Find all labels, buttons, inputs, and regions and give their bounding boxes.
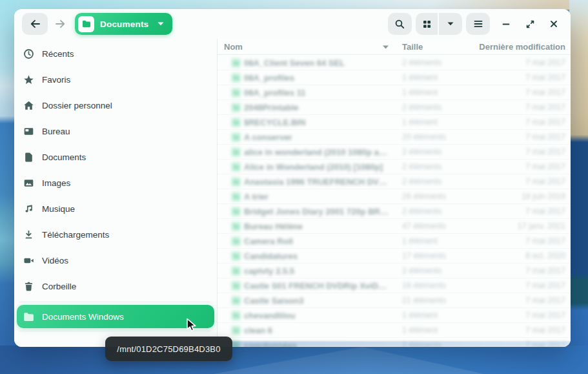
file-name: Bridget Jones Diary 2001 720p BR… xyxy=(244,207,389,216)
trash-icon xyxy=(23,281,34,292)
file-name: clean 6 xyxy=(244,326,272,335)
sidebar-item-label: Téléchargements xyxy=(42,230,109,240)
view-split-button xyxy=(416,13,462,35)
file-row[interactable]: A trier 26 éléments 18 juin 2019 xyxy=(218,189,571,204)
sidebar-item-label: Favoris xyxy=(42,75,70,85)
folder-icon xyxy=(231,266,241,276)
file-name: alice in wonderland (2010 1080p a… xyxy=(244,147,387,157)
file-size: 1 élément xyxy=(402,326,438,335)
folder-icon xyxy=(231,103,241,112)
wallpaper-right xyxy=(569,0,588,374)
file-row[interactable]: Castle Saison3 21 éléments 7 mai 2017 xyxy=(218,293,571,308)
folder-icon xyxy=(231,192,241,202)
sidebar-item-desktop[interactable]: Bureau xyxy=(14,118,217,144)
file-size: 1 élément xyxy=(402,88,438,97)
column-header-modified[interactable]: Dernière modification xyxy=(479,42,565,52)
folder-icon xyxy=(231,311,241,320)
file-size: 2 éléments xyxy=(402,162,441,171)
mouse-cursor-icon xyxy=(185,318,199,333)
file-modified-date: 7 mai 2017 xyxy=(525,281,565,290)
location-button[interactable]: Documents xyxy=(75,13,172,35)
chevron-down-icon xyxy=(447,21,454,26)
back-button[interactable] xyxy=(22,13,48,35)
sidebar-separator xyxy=(19,302,210,302)
file-row[interactable]: Castle S01 FRENCH DVDRip XviD… 16 élémen… xyxy=(218,278,571,293)
folder-icon xyxy=(231,222,241,231)
file-modified-date: 7 mai 2017 xyxy=(525,118,565,127)
file-row[interactable]: 08A_profiles 11 1 élément 7 mai 2017 xyxy=(218,85,571,100)
file-size: 2 éléments xyxy=(402,207,441,216)
folder-icon xyxy=(231,177,241,187)
close-button[interactable] xyxy=(546,16,562,32)
file-row[interactable]: A conserver 20 éléments 7 mai 2017 xyxy=(218,130,571,145)
sidebar-item-favorites[interactable]: Favoris xyxy=(14,67,217,92)
file-modified-date: 7 mai 2017 xyxy=(525,147,565,156)
file-row[interactable]: Bridget Jones Diary 2001 720p BR… 2 élém… xyxy=(218,204,571,219)
list-bottom-tint xyxy=(218,341,571,347)
file-modified-date: 7 mai 2017 xyxy=(525,236,565,245)
file-row[interactable]: Candidatures 17 éléments 8 oct. 2020 xyxy=(218,249,571,264)
folder-icon xyxy=(231,132,241,142)
sidebar-item-home[interactable]: Dossier personnel xyxy=(14,92,217,118)
folder-icon xyxy=(231,58,241,68)
file-row[interactable]: captvty 2.5.5 2 éléments 7 mai 2017 xyxy=(218,264,571,278)
file-modified-date: 7 mai 2017 xyxy=(525,58,565,67)
main-menu-button[interactable] xyxy=(466,13,490,35)
view-options-button[interactable] xyxy=(439,13,462,35)
file-row[interactable]: chevandlilou 1 élément 7 mai 2017 xyxy=(218,308,571,323)
file-modified-date: 7 mai 2017 xyxy=(525,162,565,171)
file-row[interactable]: clean 6 1 élément 7 mai 2017 xyxy=(218,323,571,338)
file-name: Castle Saison3 xyxy=(244,296,304,306)
file-size: 1 élément xyxy=(402,236,438,245)
forward-button[interactable] xyxy=(50,13,70,35)
maximize-icon xyxy=(525,19,535,29)
sidebar-item-recents[interactable]: Récents xyxy=(14,41,217,67)
file-name: A trier xyxy=(244,192,269,202)
folder-badge-icon xyxy=(78,16,94,32)
file-name: Castle S01 FRENCH DVDRip XviD… xyxy=(244,281,387,291)
file-row[interactable]: $RECYCLE.BIN 1 élément 7 mai 2017 xyxy=(218,115,571,130)
file-name: A conserver xyxy=(244,132,292,142)
folder-icon xyxy=(231,118,241,127)
file-row[interactable]: Camera Roll 1 élément 7 mai 2017 xyxy=(218,234,571,249)
sidebar-item-videos[interactable]: Vidéos xyxy=(14,247,217,273)
sidebar-item-downloads[interactable]: Téléchargements xyxy=(14,222,217,247)
file-row[interactable]: alice in wonderland (2010 1080p a… 2 élé… xyxy=(218,145,571,160)
file-row[interactable]: 08A_profiles 1 élément 7 mai 2017 xyxy=(218,70,571,85)
column-header-size[interactable]: Taille xyxy=(402,42,423,52)
sidebar-item-pictures[interactable]: Images xyxy=(14,170,217,196)
star-icon xyxy=(23,74,34,85)
search-button[interactable] xyxy=(388,13,412,35)
column-header-name[interactable]: Nom xyxy=(224,42,243,52)
sidebar-item-music[interactable]: Musique xyxy=(14,196,217,222)
clock-icon xyxy=(23,48,34,59)
minimize-icon xyxy=(502,19,511,28)
desktop-icon xyxy=(23,126,34,137)
minimize-button[interactable] xyxy=(498,16,514,32)
file-modified-date: 18 juin 2019 xyxy=(522,192,565,201)
sidebar-item-trash[interactable]: Corbeille xyxy=(14,273,217,299)
sidebar-item-label: Bureau xyxy=(42,127,70,136)
file-row[interactable]: 08A_Client Seven 64 SEL 2 éléments 7 mai… xyxy=(218,56,571,70)
file-row[interactable]: Bureau Hélène 47 éléments 17 janv. 2021 xyxy=(218,219,571,234)
file-row[interactable]: 2048Printable 2 éléments 7 mai 2017 xyxy=(218,100,571,115)
file-modified-date: 8 oct. 2020 xyxy=(525,251,565,260)
file-modified-date: 7 mai 2017 xyxy=(525,296,565,305)
file-name: Camera Roll xyxy=(244,236,293,246)
sidebar-item-documents[interactable]: Documents xyxy=(14,144,217,170)
file-modified-date: 7 mai 2017 xyxy=(525,132,565,141)
file-row[interactable]: Alice in Wonderland (2010) [1080p] 2 élé… xyxy=(218,160,571,174)
list-column-headers: Nom Taille Dernière modification xyxy=(218,39,571,55)
file-size: 26 éléments xyxy=(402,192,446,201)
sidebar-item-label: Dossier personnel xyxy=(42,101,112,110)
file-manager-window: Documents xyxy=(14,9,571,347)
desktop: Documents xyxy=(0,0,588,374)
file-size: 2 éléments xyxy=(402,103,441,112)
arrow-left-icon xyxy=(30,19,41,29)
file-name: Alice in Wonderland (2010) [1080p] xyxy=(244,162,383,172)
maximize-button[interactable] xyxy=(522,16,538,32)
sidebar: Récents Favoris Dossier personnel xyxy=(14,39,218,347)
sidebar-item-label: Corbeille xyxy=(42,282,76,291)
grid-view-button[interactable] xyxy=(416,13,439,35)
file-row[interactable]: Anastasia 1996 TRUEFRENCH DV… 2 éléments… xyxy=(218,174,571,189)
